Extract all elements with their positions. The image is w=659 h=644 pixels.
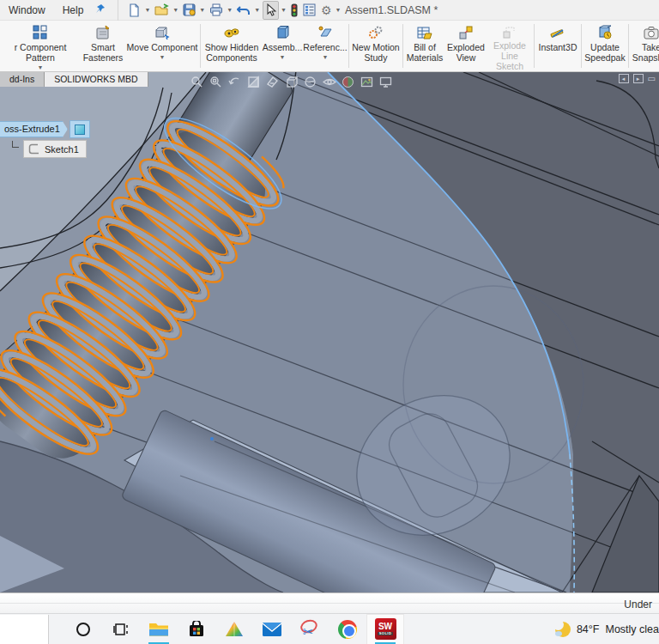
moon-cloud-icon	[555, 622, 571, 637]
view-orientation-icon[interactable]	[284, 75, 299, 89]
hide-show-items-icon[interactable]	[322, 75, 336, 89]
model-scene[interactable]	[0, 72, 659, 592]
menu-bar: Window Help ▼ ▼ ▼ ▼ ▼ ▼	[0, 0, 659, 21]
dropdown-caret[interactable]: ▼	[323, 54, 329, 61]
zoom-to-area-icon[interactable]	[209, 75, 223, 89]
file-properties-icon[interactable]	[301, 1, 317, 20]
tab-add-ins[interactable]: dd-Ins	[0, 72, 45, 87]
previous-view-icon[interactable]	[227, 75, 242, 89]
ribbon-separator	[581, 24, 582, 68]
breadcrumb-sketch[interactable]: Sketch1	[23, 140, 87, 158]
new-document-icon[interactable]	[126, 1, 142, 20]
chrome-icon	[338, 620, 357, 639]
view-settings-icon[interactable]	[378, 75, 393, 89]
assembly-features-icon	[275, 24, 289, 41]
search-input[interactable]	[0, 615, 49, 644]
reference-geometry-button[interactable]: Referenc...▼	[303, 21, 348, 71]
dropdown-caret[interactable]: ▼	[199, 7, 205, 13]
ribbon-separator	[534, 24, 535, 68]
options-gear-icon[interactable]: ⚙	[319, 1, 334, 20]
bill-of-materials-button[interactable]: Bill of Materials	[404, 21, 445, 71]
mail-icon	[262, 622, 282, 637]
dropdown-caret[interactable]: ▼	[38, 64, 44, 71]
panel-forward-icon[interactable]: ▸	[633, 74, 644, 83]
selection-breadcrumb: oss-Extrude1	[0, 120, 90, 138]
command-manager-ribbon: r Component Pattern▼ Smart Fasteners Mov…	[0, 21, 659, 72]
windows-taskbar: ✂ SWSOLID 84°F Mostly clea	[0, 613, 659, 644]
tab-solidworks-mbd[interactable]: SOLIDWORKS MBD	[45, 72, 148, 87]
store-button[interactable]	[178, 614, 215, 644]
instant3d-button[interactable]: Instant3D	[535, 21, 580, 71]
component-pattern-button[interactable]: r Component Pattern▼	[0, 21, 81, 71]
collapse-icon[interactable]: ▭	[648, 74, 656, 83]
menu-window[interactable]: Window	[0, 0, 54, 21]
dropdown-caret[interactable]: ▼	[144, 7, 150, 13]
new-motion-study-button[interactable]: New Motion Study	[350, 21, 402, 71]
section-view-icon[interactable]	[246, 75, 261, 89]
dropdown-caret[interactable]: ▼	[280, 54, 286, 61]
explode-line-sketch-button[interactable]: Explode Line Sketch	[487, 21, 533, 71]
update-speedpak-icon	[597, 24, 613, 41]
zoom-to-fit-icon[interactable]	[190, 75, 204, 89]
snipping-tool-button[interactable]: ✂	[291, 614, 329, 644]
3d-viewer-button[interactable]	[215, 614, 253, 644]
new-motion-study-icon	[368, 24, 384, 41]
breadcrumb-sketch-label: Sketch1	[45, 144, 79, 155]
task-view-button[interactable]	[102, 614, 140, 644]
dropdown-caret[interactable]: ▼	[336, 7, 342, 13]
task-pane-buttons: ◂ ▸ ▭	[619, 74, 656, 83]
dropdown-caret[interactable]: ▼	[172, 7, 178, 13]
graphics-viewport[interactable]: dd-Ins SOLIDWORKS MBD ◂ ▸ ▭ oss-Extrude1	[0, 72, 659, 592]
file-explorer-button[interactable]	[140, 614, 178, 644]
task-view-icon	[112, 622, 130, 637]
definition-status: Under	[624, 593, 652, 614]
show-hidden-components-button[interactable]: Show Hidden Components	[202, 21, 262, 71]
edit-appearance-icon[interactable]	[341, 75, 355, 89]
smart-fasteners-button[interactable]: Smart Fasteners	[81, 21, 125, 71]
open-icon[interactable]	[153, 1, 171, 20]
solidworks-window: Window Help ▼ ▼ ▼ ▼ ▼ ▼	[0, 0, 659, 644]
assembly-features-button[interactable]: Assemb...▼	[262, 21, 303, 71]
file-explorer-icon	[148, 621, 169, 638]
exploded-view-icon	[458, 24, 474, 41]
component-pattern-icon	[33, 24, 48, 41]
solidworks-taskbar-button[interactable]: SWSOLID	[366, 614, 404, 644]
ribbon-separator	[628, 24, 629, 68]
dynamic-annotation-views-icon[interactable]	[265, 75, 280, 89]
take-snapshot-button[interactable]: Take Snapshot	[630, 21, 659, 71]
update-speedpak-button[interactable]: Update Speedpak	[583, 21, 627, 71]
ribbon-separator	[348, 24, 349, 68]
undo-icon[interactable]	[235, 1, 252, 20]
breadcrumb-feature[interactable]: oss-Extrude1	[0, 121, 68, 137]
chrome-button[interactable]	[329, 614, 366, 644]
apply-scene-icon[interactable]	[360, 75, 374, 89]
show-hidden-components-icon	[223, 24, 240, 41]
smart-fasteners-icon	[95, 24, 111, 41]
exploded-view-button[interactable]: Exploded View	[445, 21, 487, 71]
save-icon[interactable]	[181, 1, 197, 20]
weather-widget[interactable]: 84°F Mostly clea	[550, 622, 659, 637]
store-icon	[188, 621, 205, 638]
dropdown-caret[interactable]: ▼	[160, 54, 166, 61]
cortana-button[interactable]	[64, 614, 102, 644]
mail-button[interactable]	[253, 614, 291, 644]
solidworks-icon: SWSOLID	[375, 618, 396, 640]
quick-access-toolbar: ▼ ▼ ▼ ▼ ▼ ▼ ⚙ ▼	[118, 0, 342, 21]
window-title: Assem1.SLDASM *	[345, 0, 438, 21]
pushpin-icon[interactable]	[92, 3, 109, 16]
dropdown-caret[interactable]: ▼	[227, 7, 233, 13]
bill-of-materials-icon	[417, 24, 432, 41]
select-cursor-icon[interactable]	[263, 1, 279, 20]
dropdown-caret[interactable]: ▼	[281, 7, 287, 13]
move-component-button[interactable]: Move Component▼	[125, 21, 199, 71]
dropdown-caret[interactable]: ▼	[254, 7, 260, 13]
extrude-feature-icon[interactable]	[70, 120, 90, 138]
display-style-icon[interactable]	[303, 75, 317, 89]
traffic-light-icon[interactable]	[289, 1, 299, 20]
menu-help[interactable]: Help	[54, 0, 93, 21]
print-icon[interactable]	[208, 1, 225, 20]
panel-back-icon[interactable]: ◂	[619, 74, 629, 83]
move-component-icon	[154, 24, 170, 41]
sketch-icon	[28, 143, 40, 155]
viewport-tabs: dd-Ins SOLIDWORKS MBD	[0, 72, 148, 87]
